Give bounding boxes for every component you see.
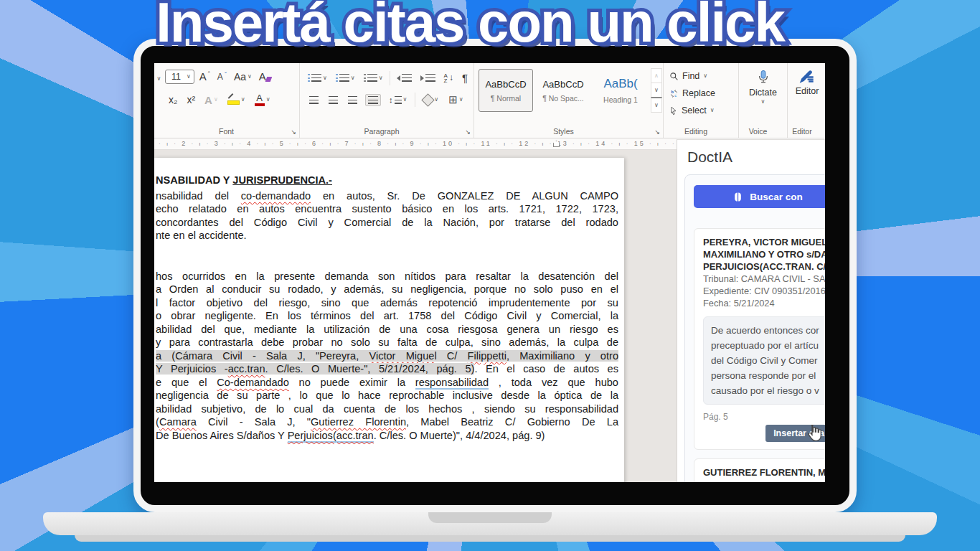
borders-button[interactable]: ⊞∨ [446, 92, 465, 108]
replace-button[interactable]: bc Replace [664, 85, 738, 102]
multilevel-list-button[interactable]: ∨ [362, 72, 385, 83]
horizontal-ruler[interactable]: · ı · 2 · ı · 3 · ı · 4 · ı · 5 · ı · 6 … [154, 138, 677, 150]
document-line[interactable]: a Orden al conducir su rodado, y además,… [156, 283, 618, 296]
search-icon [669, 72, 679, 81]
document-line[interactable]: De Buenos Aires S/daños Y Perjuicios(acc… [156, 429, 618, 443]
laptop-base-notch [428, 512, 552, 523]
line-spacing-button[interactable]: ↕∨ [387, 94, 409, 105]
text-segment: echo relatado en autos encuentra sustent… [156, 203, 618, 215]
chevron-down-icon: ∨ [187, 74, 191, 80]
document-line[interactable]: echo relatado en autos encuentra sustent… [156, 202, 618, 216]
style-card-normal[interactable]: AaBbCcD ¶ Normal [479, 69, 533, 112]
voice-group-label: Voice [739, 127, 777, 136]
document-page[interactable]: NSABILIDAD Y JURISPRUDENCIA.-nsabilidad … [154, 158, 624, 482]
document-line[interactable]: Y Perjuicios -acc.tran. C/les. O Muerte-… [156, 362, 618, 376]
shading-button[interactable]: ∨ [421, 94, 440, 106]
text-segment: hos ocurridos en la presente demanda son… [156, 270, 618, 282]
shrink-font-button[interactable]: Aˇ [215, 70, 229, 83]
style-card-no-spacing[interactable]: AaBbCcD ¶ No Spac... [536, 69, 590, 112]
style-sample: AaBbCcD [542, 79, 583, 90]
text-segment: . C/les. O Muerte)", 4/4/2024, pág. 9) [374, 430, 545, 441]
sort-button[interactable]: AZ↓ [442, 72, 456, 85]
document-line[interactable]: negligencia de su parte , lo que lo hace… [156, 389, 618, 402]
increase-indent-button[interactable] [418, 72, 438, 83]
numbering-button[interactable]: ∨ [334, 72, 357, 83]
style-sample: AaBb( [603, 77, 637, 91]
justify-button[interactable] [365, 94, 381, 106]
document-heading[interactable]: NSABILIDAD Y JURISPRUDENCIA.- [156, 174, 618, 187]
chevron-down-icon: ∨ [241, 97, 245, 103]
grow-font-button[interactable]: Aˆ [197, 69, 212, 84]
text-segment: abilidad subjetivo, de lo cual da cuenta… [156, 403, 618, 415]
laptop-base [43, 512, 937, 535]
highlight-color-button[interactable]: ∨ [225, 94, 248, 106]
editor-pen-icon [798, 67, 816, 86]
text-segment: nte en el accidente. [156, 230, 247, 241]
align-center-icon [329, 96, 338, 104]
document-line[interactable]: nte en el accidente. [156, 229, 618, 242]
gallery-scroll-down[interactable]: ∨ [651, 83, 662, 98]
sidebar-title: DoctIA [677, 140, 825, 166]
paragraph-dialog-launcher[interactable]: ↘ [465, 128, 471, 136]
font-size-value: 11 [171, 72, 181, 82]
document-line[interactable]: o obrar negligente. En los términos del … [156, 309, 618, 323]
search-with-ai-button[interactable]: Buscar con [694, 185, 825, 208]
document-line[interactable]: nsabilidad del co-demandado en autos, Sr… [156, 189, 618, 203]
change-case-button[interactable]: Aa∨ [232, 70, 254, 84]
word-ribbon: ∨ 11 ∨ Aˆ Aˇ Aa∨ A x₂ x² A∨ ∨ [154, 63, 825, 138]
subscript-button[interactable]: x₂ [166, 93, 179, 107]
style-name: ¶ Normal [491, 94, 521, 103]
document-text: NSABILIDAD Y JURISPRUDENCIA.-nsabilidad … [156, 174, 618, 482]
quote-line: del Código Civil y Comer [711, 353, 824, 368]
font-dialog-launcher[interactable]: ↘ [291, 128, 296, 136]
text-segment: . En el caso de autos es [474, 363, 618, 375]
align-center-button[interactable] [326, 95, 340, 105]
quote-line: persona responde por el [711, 368, 824, 383]
text-segment: , Maximiliano y otro [507, 350, 618, 362]
superscript-button[interactable]: x² [184, 93, 197, 107]
text-segment: a (Cámara Civil - Sala J, "Pereyra, [156, 350, 369, 362]
bullets-button[interactable]: ∨ [306, 72, 329, 83]
gallery-more-button[interactable]: ∨ [651, 97, 662, 113]
text-segment: Perjuicios(acc.tran [288, 430, 374, 443]
style-name: Heading 1 [603, 95, 638, 104]
citation-title-line: GUTIERREZ FLORENTIN, MAB [703, 466, 825, 479]
document-line[interactable]: a (Cámara Civil - Sala J, "Pereyra, Vict… [156, 349, 618, 363]
editor-group-label: Editor [788, 127, 816, 136]
styles-dialog-launcher[interactable]: ↘ [654, 128, 660, 136]
decrease-indent-button[interactable] [395, 72, 414, 83]
paragraph-gap [156, 242, 618, 270]
document-line[interactable]: (Camara Civil - Sala J, "Gutierrez Flore… [156, 415, 618, 429]
document-line[interactable]: y para contrastarla debe probar no solo … [156, 336, 618, 349]
select-button[interactable]: Select ∨ [664, 102, 738, 119]
align-left-button[interactable] [307, 95, 321, 105]
gallery-scroll-up[interactable]: ∧ [651, 68, 662, 83]
font-name-dropdown-cut[interactable]: ∨ [154, 63, 164, 138]
clear-formatting-button[interactable]: A [257, 69, 273, 84]
justify-icon [368, 96, 378, 104]
ribbon-group-voice: Dictate ∨ Voice [739, 63, 788, 138]
document-line[interactable]: concordantes del Código Civil y Comercia… [156, 216, 618, 230]
style-card-heading1[interactable]: AaBb( Heading 1 [593, 69, 648, 112]
document-line[interactable]: l factor objetivo del riesgo, sino que a… [156, 296, 618, 310]
replace-icon: bc [669, 89, 679, 98]
text-effects-button[interactable]: A∨ [202, 93, 220, 108]
find-button[interactable]: Find ∨ [664, 67, 738, 85]
style-name: ¶ No Spac... [542, 94, 584, 103]
find-label: Find [682, 71, 699, 81]
font-color-button[interactable]: A ∨ [253, 92, 273, 108]
document-line[interactable]: abilidad del que, mediante la utilizació… [156, 323, 618, 336]
show-paragraph-marks-button[interactable]: ¶ [460, 70, 470, 85]
font-size-combobox[interactable]: 11 ∨ [165, 70, 194, 84]
align-right-button[interactable] [346, 95, 359, 105]
document-line[interactable]: abilidad subjetivo, de lo cual da cuenta… [156, 402, 618, 416]
ribbon-group-editor: Editor Editor [788, 63, 825, 138]
editor-button[interactable]: Editor [788, 63, 825, 96]
citation-title-line: PERJUICIOS(ACC.TRAN. C/LES [703, 260, 825, 273]
superscript-icon: x² [187, 94, 195, 105]
ribbon-group-font: 11 ∨ Aˆ Aˇ Aa∨ A x₂ x² A∨ ∨ A ∨ [164, 63, 300, 138]
text-segment: negligencia de su parte , lo que lo hace… [156, 390, 618, 401]
document-line[interactable]: hos ocurridos en la presente demanda son… [156, 270, 618, 283]
dictate-button[interactable]: Dictate ∨ [739, 63, 787, 105]
document-line[interactable]: e que el Co-demandado no puede eximir la… [156, 376, 618, 390]
